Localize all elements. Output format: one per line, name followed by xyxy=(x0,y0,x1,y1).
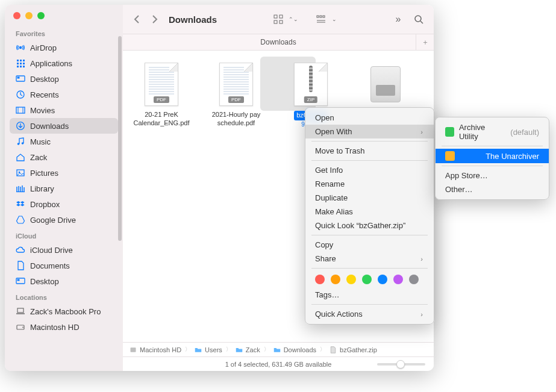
sidebar-item-music[interactable]: Music xyxy=(10,134,118,149)
svg-rect-1 xyxy=(17,60,19,61)
sidebar-item-desktop[interactable]: Desktop xyxy=(10,273,118,289)
svg-rect-5 xyxy=(20,63,22,64)
sidebar-item-google-drive[interactable]: Google Drive xyxy=(10,212,118,228)
breadcrumb-label: bzGather.zip xyxy=(340,346,377,353)
menu-item-move-to-trash[interactable]: Move to Trash xyxy=(305,144,434,158)
sidebar-scrollbar[interactable] xyxy=(118,36,122,241)
menu-item-tags[interactable]: Tags… xyxy=(305,288,434,302)
close-window-button[interactable] xyxy=(13,12,20,19)
menu-item-get-info[interactable]: Get Info xyxy=(305,163,434,177)
desktop-icon xyxy=(16,74,25,84)
sidebar-item-label: Applications xyxy=(30,59,72,68)
sidebar-item-dropbox[interactable]: Dropbox xyxy=(10,196,118,212)
sidebar-item-label: Downloads xyxy=(30,122,69,131)
svg-rect-39 xyxy=(131,347,136,352)
menu-item-label: Move to Trash xyxy=(315,146,364,155)
menu-item-make-alias[interactable]: Make Alias xyxy=(305,205,434,219)
sidebar-item-desktop[interactable]: Desktop xyxy=(10,71,118,87)
menu-item-label: Rename xyxy=(315,179,345,188)
menu-item-quick-look-bzgather-zip[interactable]: Quick Look “bzGather.zip” xyxy=(305,219,434,232)
sidebar-item-recents[interactable]: Recents xyxy=(10,87,118,102)
submenu-item-label: The Unarchiver xyxy=(486,152,539,161)
group-by-button[interactable]: ⌄ xyxy=(314,11,337,27)
sidebar-section-label: Locations xyxy=(5,289,123,303)
breadcrumb-item[interactable]: Macintosh HD xyxy=(129,346,181,354)
menu-item-label: Open With xyxy=(315,127,352,136)
menu-item-rename[interactable]: Rename xyxy=(305,177,434,191)
svg-point-37 xyxy=(415,16,421,22)
document-icon xyxy=(16,261,25,270)
tag-color-dot[interactable] xyxy=(362,275,372,284)
submenu-item-archive-utility[interactable]: Archive Utility(default) xyxy=(436,120,549,143)
back-button[interactable] xyxy=(130,13,143,26)
forward-button[interactable] xyxy=(148,13,161,26)
sidebar-item-airdrop[interactable]: AirDrop xyxy=(10,40,118,55)
menu-item-copy[interactable]: Copy xyxy=(305,238,434,252)
tag-color-dot[interactable] xyxy=(378,275,387,284)
menu-item-open[interactable]: Open xyxy=(305,111,434,125)
file-name: 20-21 PreK Calendar_ENG.pdf xyxy=(130,111,193,128)
dropbox-icon xyxy=(16,199,25,209)
tag-color-dot[interactable] xyxy=(393,275,403,284)
svg-rect-6 xyxy=(23,63,25,64)
breadcrumb-item[interactable]: Zack xyxy=(235,346,260,354)
breadcrumb-item[interactable]: Users xyxy=(194,346,222,354)
tag-color-dot[interactable] xyxy=(331,275,340,284)
search-button[interactable] xyxy=(411,11,426,27)
folder-icon xyxy=(194,346,202,354)
submenu-item-the-unarchiver[interactable]: The Unarchiver xyxy=(436,149,549,163)
menu-item-share[interactable]: Share› xyxy=(305,252,434,266)
file-item[interactable]: PDF2021-Hourly pay schedule.pdf xyxy=(204,60,269,128)
svg-rect-34 xyxy=(323,16,325,17)
submenu-item-app-store[interactable]: App Store… xyxy=(436,169,549,182)
more-button[interactable]: » xyxy=(390,11,406,27)
add-button[interactable]: ＋ xyxy=(416,34,434,51)
menu-item-label: Open xyxy=(315,113,334,122)
minimize-window-button[interactable] xyxy=(25,12,33,19)
tag-color-dot[interactable] xyxy=(315,275,325,284)
submenu-item-label: Other… xyxy=(445,185,473,194)
breadcrumb-item[interactable]: Downloads xyxy=(273,346,316,354)
chevron-right-icon: 〉 xyxy=(264,346,269,353)
menu-item-open-with[interactable]: Open With› xyxy=(305,125,434,138)
svg-rect-13 xyxy=(16,107,25,113)
sidebar-item-icloud-drive[interactable]: iCloud Drive xyxy=(10,242,118,258)
sidebar-item-label: Dropbox xyxy=(30,200,60,209)
menu-item-quick-actions[interactable]: Quick Actions› xyxy=(305,307,434,321)
icon-size-slider[interactable] xyxy=(377,363,425,366)
disk-icon xyxy=(129,346,137,354)
chevron-right-icon: › xyxy=(420,128,423,135)
sidebar-item-zack-s-macbook-pro[interactable]: Zack's Macbook Pro xyxy=(10,303,118,319)
menu-item-duplicate[interactable]: Duplicate xyxy=(305,191,434,205)
open-with-submenu: Archive Utility(default)The UnarchiverAp… xyxy=(435,117,549,200)
tag-color-dot[interactable] xyxy=(346,275,356,284)
sidebar-item-label: Desktop xyxy=(30,75,59,84)
hdd-icon xyxy=(16,322,25,332)
sidebar-item-documents[interactable]: Documents xyxy=(10,258,118,273)
sidebar-item-zack[interactable]: Zack xyxy=(10,149,118,165)
default-label: (default) xyxy=(510,128,539,137)
menu-separator xyxy=(442,166,543,166)
chevron-right-icon: › xyxy=(420,311,423,318)
view-icon-button[interactable]: ⌃⌄ xyxy=(270,11,298,27)
svg-point-0 xyxy=(19,46,22,49)
zoom-window-button[interactable] xyxy=(37,12,45,19)
sidebar: FavoritesAirDropApplicationsDesktopRecen… xyxy=(5,5,123,371)
sidebar-item-library[interactable]: Library xyxy=(10,181,118,196)
menu-item-label: Copy xyxy=(315,240,333,249)
updown-icon: ⌃⌄ xyxy=(289,16,298,22)
sidebar-item-pictures[interactable]: Pictures xyxy=(10,165,118,181)
tag-color-dot[interactable] xyxy=(409,275,419,284)
svg-rect-24 xyxy=(17,308,23,313)
breadcrumb-item[interactable]: bzGather.zip xyxy=(329,346,377,354)
sidebar-item-movies[interactable]: Movies xyxy=(10,102,118,118)
submenu-item-other[interactable]: Other… xyxy=(436,182,549,196)
sidebar-item-downloads[interactable]: Downloads xyxy=(10,118,118,134)
menu-separator xyxy=(311,304,428,305)
sidebar-item-macintosh-hd[interactable]: Macintosh HD xyxy=(10,319,118,335)
file-thumb xyxy=(364,60,407,108)
file-item[interactable]: PDF20-21 PreK Calendar_ENG.pdf xyxy=(129,60,194,128)
sidebar-item-applications[interactable]: Applications xyxy=(10,55,118,71)
chevron-down-icon: ⌄ xyxy=(332,16,337,22)
file-item[interactable] xyxy=(353,60,418,111)
